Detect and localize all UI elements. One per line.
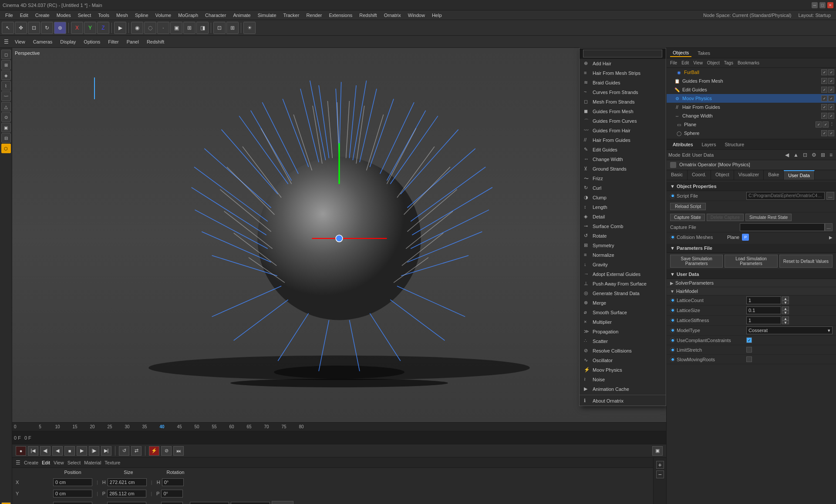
menu-extensions[interactable]: Extensions	[325, 10, 356, 20]
toolbar-edge-btn[interactable]: ◌	[144, 22, 156, 34]
ctx-mesh-from-strands[interactable]: ◻ Mesh From Strands	[580, 97, 666, 107]
menu-simulate[interactable]: Simulate	[254, 10, 280, 20]
toolbar-scene-btn[interactable]: ⊞	[183, 22, 196, 34]
prop-tab-coord[interactable]: Coord.	[688, 170, 711, 180]
user-data-header[interactable]: ▼ User Data	[667, 270, 836, 279]
modeler-ham[interactable]: ☰	[16, 460, 20, 466]
model-type-radio[interactable]: ModelType	[670, 328, 746, 333]
ctx-curves-from-strands[interactable]: ~ Curves From Strands	[580, 87, 666, 97]
ctx-hair-from-mesh[interactable]: ≡ Hair From Mesh Strips	[580, 68, 666, 78]
obj-menu-tags[interactable]: Tags	[722, 60, 735, 65]
simulate-rest-state-button[interactable]: Simulate Rest State	[745, 214, 792, 221]
ctx-propagation[interactable]: ≫ Propagation	[580, 327, 666, 336]
params-file-header[interactable]: ▼ Parameters File	[667, 244, 836, 253]
toolbar-mat-btn[interactable]: ◨	[196, 22, 209, 34]
ctx-clump[interactable]: ◑ Clump	[580, 193, 666, 202]
sphere-check1[interactable]: ✓	[821, 130, 827, 136]
x-pos-input[interactable]	[53, 478, 92, 486]
sidebar-s-icon[interactable]: S	[1, 502, 11, 504]
object-moov-physics[interactable]: ⚙ Moov Physics ✓ ✓	[667, 94, 836, 103]
sidebar-track-icon[interactable]: ⊟	[1, 133, 11, 143]
object-edit-guides[interactable]: ✏️ Edit Guides ✓ ✓	[667, 85, 836, 94]
step-back-btn[interactable]: ◀|	[40, 446, 51, 456]
ctx-guides-from-mesh[interactable]: ◼ Guides From Mesh	[580, 107, 666, 116]
ctx-smooth-surface[interactable]: ⌀ Smooth Surface	[580, 308, 666, 317]
menu-help[interactable]: Help	[428, 10, 445, 20]
cw-check1[interactable]: ✓	[821, 113, 827, 119]
z-pos-input[interactable]	[53, 502, 92, 504]
toolbar-obj-btn[interactable]: ▣	[170, 22, 182, 34]
use-compliant-radio[interactable]: UseCompliantConstraints	[670, 338, 746, 343]
record-btn[interactable]: ●	[16, 446, 26, 456]
furball-check1[interactable]: ✓	[821, 69, 827, 75]
ctx-animation-cache[interactable]: ▶ Animation Cache	[580, 384, 666, 394]
menu-tracker[interactable]: Tracker	[280, 10, 303, 20]
tb2-display[interactable]: Display	[57, 38, 79, 45]
stop-btn[interactable]: ■	[64, 446, 75, 456]
step-forward-btn[interactable]: |▶	[89, 446, 99, 456]
zoom-out-btn[interactable]: −	[656, 470, 664, 478]
window-controls[interactable]: ─ □ ✕	[812, 2, 833, 8]
nav-filter[interactable]: ⊡	[801, 152, 809, 158]
sidebar-sculpt-icon[interactable]: ⌇	[1, 81, 11, 91]
model-type-dropdown[interactable]: Cosserat ▾	[746, 326, 833, 334]
toolbar-render-btn[interactable]: ▶	[114, 22, 126, 34]
lattice-count-radio[interactable]: LatticeCount	[670, 298, 746, 303]
p-size-input[interactable]	[107, 490, 146, 497]
play-reverse-btn[interactable]: ◀	[52, 446, 63, 456]
script-file-browse-btn[interactable]: …	[826, 192, 834, 200]
obj-menu-object[interactable]: Object	[705, 60, 721, 65]
menu-window[interactable]: Window	[405, 10, 428, 20]
ls-spin-down[interactable]: ▼	[782, 310, 789, 314]
sim-stop-btn[interactable]: ⊘	[161, 446, 172, 456]
h-rot-input[interactable]	[162, 478, 184, 486]
layers-tab[interactable]: Layers	[699, 141, 718, 148]
prop-tab-visualizer[interactable]: Visualizer	[734, 170, 764, 180]
object-hair-from-guides[interactable]: // Hair From Guides ✓ ✓	[667, 103, 836, 111]
viewport[interactable]: Perspective Default Camera.* ⊕ Add Hair …	[12, 48, 666, 422]
props-mode[interactable]: Mode	[668, 152, 681, 158]
slow-moving-checkbox[interactable]	[746, 356, 752, 362]
h-size-input[interactable]	[108, 478, 147, 486]
delete-capture-button[interactable]: Delete Capture	[707, 214, 744, 221]
y-pos-input[interactable]	[53, 490, 92, 497]
menu-spline[interactable]: Spline	[131, 10, 152, 20]
nav-back[interactable]: ◀	[783, 152, 791, 158]
ctx-rotate[interactable]: ↺ Rotate	[580, 231, 666, 241]
prop-tab-basic[interactable]: Basic	[667, 170, 688, 180]
toolbar-x-axis[interactable]: X	[71, 22, 83, 34]
solver-params-header[interactable]: ▶ SolverParameters	[667, 279, 836, 287]
coord-system-dropdown[interactable]: Object (Rel) ▾	[190, 502, 229, 504]
mod-tab-edit[interactable]: Edit	[42, 460, 50, 465]
zoom-in-btn[interactable]: +	[656, 461, 664, 469]
plane-check1[interactable]: ✓	[816, 121, 822, 128]
load-sim-params-button[interactable]: Load Simulation Parameters	[725, 255, 777, 268]
ctx-guides-from-hair[interactable]: 〰 Guides From Hair	[580, 126, 666, 135]
capture-state-button[interactable]: Capture State	[670, 214, 705, 221]
lattice-stiffness-radio[interactable]: LatticeStiffness	[670, 318, 746, 323]
reset-defaults-button[interactable]: Reset to Default Values	[779, 255, 833, 268]
menu-character[interactable]: Character	[202, 10, 229, 20]
tb2-ham[interactable]: ☰	[2, 36, 10, 48]
save-sim-params-button[interactable]: Save Simulation Parameters	[670, 255, 723, 268]
ctx-detail[interactable]: ◈ Detail	[580, 212, 666, 222]
ctx-hair-from-guides[interactable]: // Hair From Guides	[580, 135, 666, 145]
ctx-surface-comb[interactable]: ⊸ Surface Comb	[580, 222, 666, 231]
toolbar-light-btn[interactable]: ☀	[243, 22, 256, 34]
ctx-normalize[interactable]: ≡ Normalize	[580, 250, 666, 260]
toolbar-grid-btn[interactable]: ⊞	[226, 22, 239, 34]
object-plane[interactable]: ▭ Plane ✓ ✓ ⋮	[667, 120, 836, 129]
obj-menu-bookmarks[interactable]: Bookmarks	[736, 60, 761, 65]
toolbar-point-btn[interactable]: ·	[157, 22, 169, 34]
p-rot-input[interactable]	[161, 490, 183, 497]
limit-stretch-radio[interactable]: LimitStretch	[670, 347, 746, 353]
ctx-curl[interactable]: ↻ Curl	[580, 183, 666, 193]
sidebar-sim-icon[interactable]: ⊙	[1, 112, 11, 122]
sidebar-hair-icon[interactable]: 〰	[1, 91, 11, 101]
capture-file-browse[interactable]: …	[825, 223, 833, 231]
mode-dropdown[interactable]: Size ▾	[231, 502, 270, 504]
object-sphere[interactable]: ◯ Sphere ✓ ✓	[667, 129, 836, 138]
menu-redshift[interactable]: Redshift	[356, 10, 380, 20]
toolbar-y-axis[interactable]: Y	[84, 22, 96, 34]
ctx-noise[interactable]: ≀ Noise	[580, 375, 666, 384]
